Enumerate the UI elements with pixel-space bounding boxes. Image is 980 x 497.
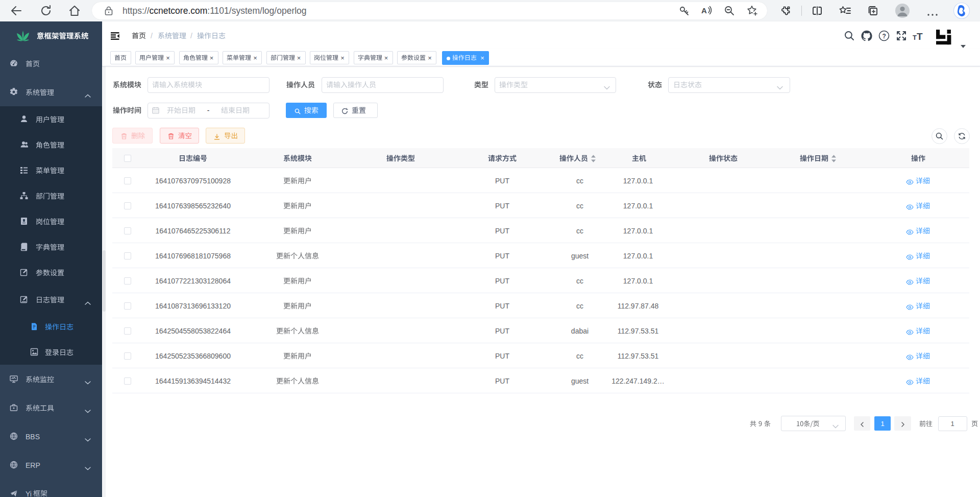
svg-text:?: ? [883, 33, 886, 40]
svg-text:T: T [917, 31, 923, 42]
svg-text:A: A [701, 6, 707, 15]
svg-text:T: T [913, 34, 917, 41]
